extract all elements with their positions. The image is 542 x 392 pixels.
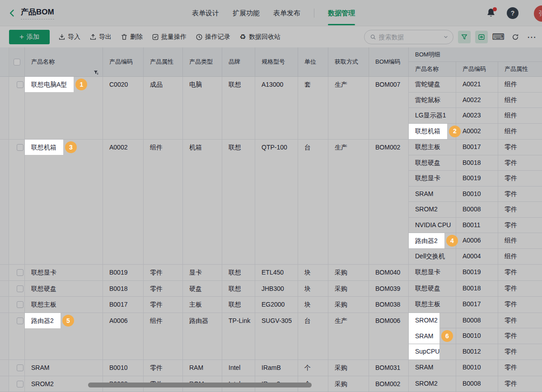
cell: JHB300 bbox=[255, 281, 298, 297]
notification-button[interactable] bbox=[486, 8, 497, 19]
select-all-checkbox[interactable] bbox=[14, 59, 20, 65]
cell-detail-code: B0017 bbox=[456, 140, 498, 155]
row-checkbox[interactable] bbox=[17, 285, 23, 292]
help-button[interactable]: ? bbox=[507, 7, 519, 19]
tour-spotlight: SupCPU bbox=[409, 344, 456, 360]
cell: BOM002 bbox=[369, 140, 409, 264]
tour-spotlight: SRAM6 bbox=[409, 328, 456, 344]
cell: BOM007 bbox=[369, 77, 409, 139]
detail-row: 联想硬盘B0018零件 bbox=[409, 281, 542, 297]
filter-button[interactable] bbox=[458, 31, 471, 43]
header-tab[interactable]: 表单发布 bbox=[273, 0, 300, 26]
bom-details: 联想主板B0017零件 bbox=[409, 297, 542, 313]
bom-details: SROM2B0008零件 bbox=[409, 376, 542, 392]
detail-row: SRAM6B0010零件 bbox=[409, 328, 542, 344]
export-button[interactable]: 导出 bbox=[89, 33, 112, 41]
cell-detail-code: A0002 bbox=[456, 124, 498, 140]
cell-detail-code: B0008 bbox=[456, 202, 498, 217]
cell: 联想 bbox=[222, 265, 255, 280]
cell-detail-name: 联想硬盘 bbox=[409, 281, 456, 297]
cell: BOM002 bbox=[369, 376, 409, 392]
chevron-down-icon bbox=[443, 34, 449, 40]
header-tab[interactable]: 表单设计 bbox=[192, 0, 219, 26]
cell-detail-attr: 组件 bbox=[498, 77, 542, 92]
cell-detail-code: A0004 bbox=[456, 249, 498, 265]
search-box[interactable] bbox=[364, 30, 453, 44]
cell: 生产 bbox=[328, 313, 369, 360]
tab-divider bbox=[314, 9, 314, 18]
cell-detail-attr: 零件 bbox=[498, 297, 542, 313]
toolbar-item-label: 数据回收站 bbox=[249, 33, 280, 41]
cell-detail-name: 联想显卡 bbox=[409, 171, 456, 186]
row-gutter bbox=[0, 140, 9, 264]
toolbar-item-label: 批量操作 bbox=[161, 33, 187, 41]
search-icon bbox=[370, 34, 376, 40]
cell: Intel bbox=[222, 360, 255, 376]
row-gutter bbox=[0, 265, 9, 280]
col-header-detail-name: 产品名称 bbox=[409, 62, 456, 76]
cell-detail-attr: 零件 bbox=[498, 140, 542, 155]
cell-detail-name: Dell交换机 bbox=[409, 249, 456, 265]
keyboard-icon: ⌨ bbox=[492, 32, 505, 42]
cell-checkbox bbox=[9, 281, 25, 297]
import-button[interactable]: 导入 bbox=[58, 33, 80, 41]
cell: A0002 bbox=[103, 140, 144, 264]
refresh-button[interactable] bbox=[509, 31, 522, 43]
cell: 联想硬盘 bbox=[25, 281, 103, 297]
row-checkbox[interactable] bbox=[17, 301, 23, 308]
cell: B0019 bbox=[103, 265, 144, 280]
step-badge: 1 bbox=[75, 79, 87, 90]
row-gutter bbox=[0, 77, 9, 139]
back-button[interactable] bbox=[5, 6, 19, 20]
row-checkbox[interactable] bbox=[17, 81, 23, 88]
table-row: 联想主板B0017零件主板联想EG2000块采购BOM038联想主板B0017零… bbox=[0, 297, 542, 313]
table-header: 产品名称 产品编码 产品属性 产品类型 品牌 规格型号 单位 获取方式 BOM编… bbox=[0, 47, 542, 77]
batch-actions-button[interactable]: 批量操作 bbox=[151, 33, 187, 41]
step-badge: 3 bbox=[65, 141, 77, 153]
row-checkbox[interactable] bbox=[17, 144, 23, 151]
cell-detail-code: B0008 bbox=[456, 313, 498, 328]
row-checkbox[interactable] bbox=[17, 381, 23, 387]
recycle-icon: ♻ bbox=[239, 33, 247, 41]
cell-detail-attr: 零件 bbox=[498, 344, 542, 360]
row-checkbox[interactable] bbox=[17, 364, 23, 371]
row-gutter bbox=[0, 360, 9, 376]
cell: 联想电脑A型1 bbox=[25, 77, 103, 139]
spotlight-cell: 路由器2 bbox=[25, 313, 61, 328]
cell: 联想主板 bbox=[25, 297, 103, 313]
row-checkbox[interactable] bbox=[17, 269, 23, 276]
keyboard-shortcuts-button[interactable]: ⌨ bbox=[492, 33, 505, 41]
delete-button[interactable]: 删除 bbox=[120, 33, 143, 41]
import-icon bbox=[58, 33, 65, 41]
col-header-product-type: 产品类型 bbox=[183, 47, 222, 76]
row-gutter bbox=[0, 281, 9, 297]
cell-detail-name: 路由器24 bbox=[409, 233, 456, 248]
cell-detail-name: 雷蛇鼠标 bbox=[409, 93, 456, 108]
filter-funnel-icon bbox=[461, 33, 468, 41]
column-filter-icon[interactable] bbox=[93, 59, 99, 76]
toolbar-item-label: 操作记录 bbox=[205, 33, 230, 41]
cell: BOM039 bbox=[369, 281, 409, 297]
table-body: 联想电脑A型1C0020成品电脑联想A13000套生产BOM007雷蛇键盘A00… bbox=[0, 77, 542, 392]
cell: 联想机箱3 bbox=[25, 140, 103, 264]
help-icon: ? bbox=[511, 9, 515, 17]
add-button[interactable]: + 添加 bbox=[9, 30, 50, 44]
cell-detail-attr: 组件 bbox=[498, 124, 542, 140]
search-input[interactable] bbox=[379, 33, 440, 41]
more-button[interactable]: ⋯ bbox=[527, 32, 537, 42]
bom-details: 雷蛇键盘A0021组件雷蛇鼠标A0022组件LG显示器1A0023组件联想机箱2… bbox=[409, 77, 542, 139]
horizontal-scrollbar-thumb[interactable] bbox=[88, 383, 312, 387]
cell: 成品 bbox=[144, 77, 183, 139]
display-settings-button[interactable] bbox=[475, 31, 488, 43]
cell-detail-attr: 组件 bbox=[498, 108, 542, 123]
operation-log-button[interactable]: 操作记录 bbox=[195, 33, 230, 41]
bom-detail-group-header: BOM明细 产品名称 产品编码 产品属性 bbox=[409, 47, 542, 76]
header-tab[interactable]: 数据管理 bbox=[328, 0, 355, 26]
cell: SRAM bbox=[25, 360, 103, 376]
header-tab[interactable]: 扩展功能 bbox=[233, 0, 260, 26]
detail-row: LG显示器1A0023组件 bbox=[409, 108, 542, 124]
cell: 台 bbox=[298, 140, 328, 264]
table-row: 联想硬盘B0018零件硬盘联想JHB300块采购BOM039联想硬盘B0018零… bbox=[0, 281, 542, 297]
row-checkbox[interactable] bbox=[17, 317, 23, 324]
recycle-bin-button[interactable]: ♻数据回收站 bbox=[239, 33, 280, 41]
